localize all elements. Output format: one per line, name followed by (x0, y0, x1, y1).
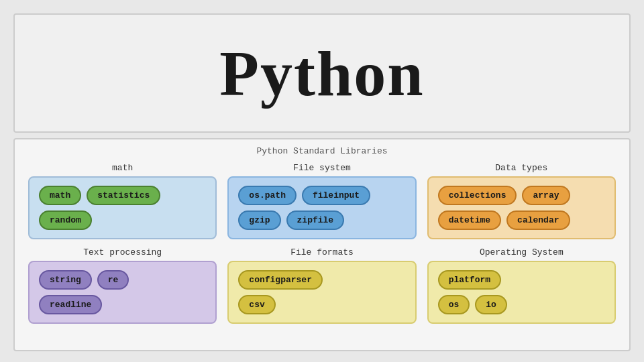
category-operatingsystem: Operating Systemplatformosio (427, 247, 616, 324)
category-box-math: mathstatisticsrandom (28, 176, 217, 239)
tag-calendar[interactable]: calendar (506, 210, 570, 230)
tag-os-path[interactable]: os.path (238, 186, 297, 205)
categories-grid: mathmathstatisticsrandomFile systemos.pa… (28, 163, 616, 324)
tag-readline[interactable]: readline (39, 295, 102, 314)
tag-row: osio (438, 295, 507, 314)
tag-re[interactable]: re (97, 270, 129, 290)
category-label-filesystem: File system (293, 163, 351, 173)
tag-string[interactable]: string (39, 270, 92, 290)
tag-row: platform (438, 270, 501, 290)
category-box-datatypes: collectionsarraydatetimecalendar (427, 176, 616, 239)
tag-zipfile[interactable]: zipfile (286, 210, 345, 230)
tag-fileinput[interactable]: fileinput (302, 186, 370, 205)
tag-row: readline (39, 295, 102, 314)
tag-datetime[interactable]: datetime (438, 210, 501, 230)
panel-title: Python Standard Libraries (28, 146, 616, 156)
tag-gzip[interactable]: gzip (238, 210, 280, 230)
category-label-math: math (112, 163, 133, 173)
category-filesystem: File systemos.pathfileinputgzipzipfile (227, 163, 416, 239)
tag-row: mathstatistics (39, 186, 160, 205)
tag-row: configparser (238, 270, 323, 290)
category-box-operatingsystem: platformosio (427, 261, 616, 324)
tag-row: random (39, 210, 92, 230)
tag-row: collectionsarray (438, 186, 570, 205)
tag-io[interactable]: io (475, 295, 507, 314)
bottom-panel: Python Standard Libraries mathmathstatis… (13, 138, 631, 351)
category-box-fileformats: configparsercsv (227, 261, 416, 324)
top-panel: Python (13, 13, 631, 133)
tag-statistics[interactable]: statistics (87, 186, 160, 205)
tag-collections[interactable]: collections (438, 186, 517, 205)
python-title: Python (219, 36, 424, 111)
category-label-datatypes: Data types (495, 163, 547, 173)
category-datatypes: Data typescollectionsarraydatetimecalend… (427, 163, 616, 239)
category-label-textprocessing: Text processing (83, 247, 162, 257)
category-textprocessing: Text processingstringrereadline (28, 247, 217, 324)
tag-row: gzipzipfile (238, 210, 344, 230)
tag-platform[interactable]: platform (438, 270, 501, 290)
category-box-textprocessing: stringrereadline (28, 261, 217, 324)
tag-row: stringre (39, 270, 129, 290)
tag-row: datetimecalendar (438, 210, 570, 230)
tag-configparser[interactable]: configparser (238, 270, 323, 290)
category-math: mathmathstatisticsrandom (28, 163, 217, 239)
category-label-fileformats: File formats (290, 247, 354, 257)
category-box-filesystem: os.pathfileinputgzipzipfile (227, 176, 416, 239)
tag-os[interactable]: os (438, 295, 470, 314)
category-fileformats: File formatsconfigparsercsv (227, 247, 416, 324)
tag-csv[interactable]: csv (238, 295, 275, 314)
tag-math[interactable]: math (39, 186, 81, 205)
tag-array[interactable]: array (522, 186, 570, 205)
category-label-operatingsystem: Operating System (480, 247, 564, 257)
tag-random[interactable]: random (39, 210, 92, 230)
tag-row: csv (238, 295, 275, 314)
tag-row: os.pathfileinput (238, 186, 370, 205)
